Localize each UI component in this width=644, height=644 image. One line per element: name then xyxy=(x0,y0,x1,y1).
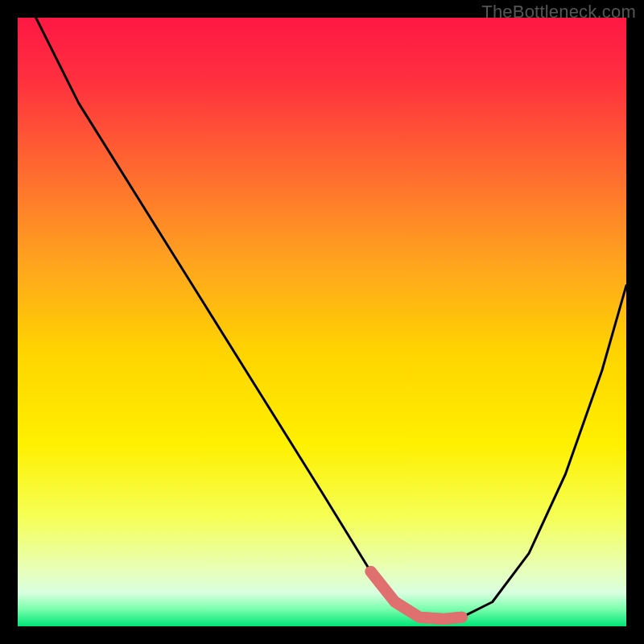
plot-area xyxy=(18,18,626,626)
watermark-text: TheBottleneck.com xyxy=(481,2,636,23)
gradient-background xyxy=(18,18,626,626)
chart-svg xyxy=(18,18,626,626)
chart-frame: TheBottleneck.com xyxy=(0,0,644,644)
